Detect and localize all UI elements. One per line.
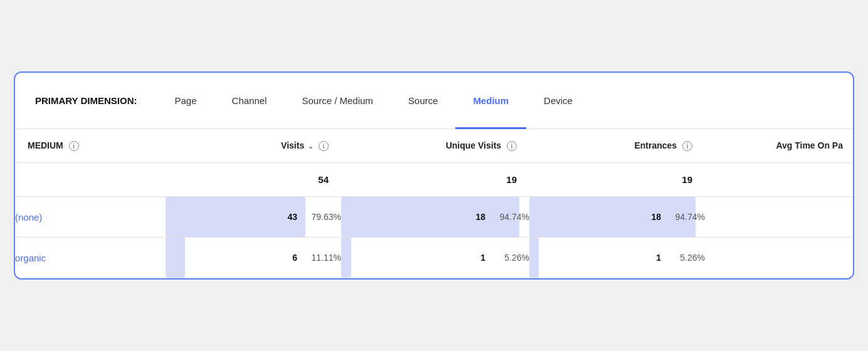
dim-tab-device[interactable]: Device [526,90,590,111]
col-header-medium: MEDIUM i [15,129,166,163]
row-0-medium[interactable]: (none) [15,197,166,238]
row-1-unique-visits-value: 1 [480,253,485,263]
totals-medium-cell [15,163,166,197]
dim-tab-channel[interactable]: Channel [214,90,285,111]
table-body: 54 19 19 (none)4379.63%1894.74%1894.74%o… [15,163,853,278]
row-1-visits: 611.11% [166,238,341,278]
data-table: MEDIUM i Visits ⌄ i Unique Visits i Entr… [15,129,853,278]
row-1-entrances-value: 1 [656,253,661,263]
dim-tab-medium[interactable]: Medium [455,90,526,111]
col-label-visits: Visits [281,140,304,150]
info-icon-medium[interactable]: i [69,141,79,151]
row-0-entrances: 1894.74% [529,197,705,238]
dim-tab-source-medium[interactable]: Source / Medium [284,90,390,111]
row-1-medium[interactable]: organic [15,238,166,278]
table-row: organic611.11%15.26%15.26% [15,238,853,278]
row-1-avg-time [705,238,853,278]
dim-tab-page[interactable]: Page [157,90,214,111]
analytics-card: PRIMARY DIMENSION: PageChannelSource / M… [14,71,854,280]
dimension-tabs: PageChannelSource / MediumSourceMediumDe… [157,90,590,111]
sort-icon-visits[interactable]: ⌄ [308,143,313,150]
totals-row: 54 19 19 [15,163,853,197]
col-header-avg-time: Avg Time On Pa [705,129,853,163]
row-1-visits-pct: 11.11% [304,253,341,263]
primary-dimension-row: PRIMARY DIMENSION: PageChannelSource / M… [15,73,853,129]
row-1-entrances-pct: 5.26% [667,253,705,263]
info-icon-unique-visits[interactable]: i [507,141,517,151]
row-1-unique-visits: 15.26% [341,238,529,278]
totals-unique-visits-cell: 19 [341,163,529,197]
row-0-entrances-value: 18 [651,212,661,222]
row-0-visits-value: 43 [287,212,297,222]
col-header-unique-visits: Unique Visits i [341,129,529,163]
row-0-entrances-pct: 94.74% [667,212,705,222]
info-icon-entrances[interactable]: i [682,141,692,151]
totals-visits-cell: 54 [166,163,341,197]
row-1-unique-visits-pct: 5.26% [492,253,529,263]
info-icon-visits[interactable]: i [319,141,329,151]
row-1-visits-value: 6 [292,253,297,263]
table-row: (none)4379.63%1894.74%1894.74% [15,197,853,238]
row-1-entrances: 15.26% [529,238,705,278]
row-0-unique-visits-value: 18 [475,212,485,222]
primary-dimension-label: PRIMARY DIMENSION: [35,95,137,106]
col-header-entrances: Entrances i [529,129,705,163]
col-label-avg-time: Avg Time On Pa [776,140,843,150]
dim-tab-source[interactable]: Source [391,90,456,111]
totals-avg-time-cell [705,163,853,197]
col-label-medium: MEDIUM [28,140,63,150]
totals-entrances-cell: 19 [529,163,705,197]
col-header-visits: Visits ⌄ i [166,129,341,163]
row-0-unique-visits: 1894.74% [341,197,529,238]
row-0-avg-time [705,197,853,238]
col-label-unique-visits: Unique Visits [446,140,501,150]
row-0-visits-pct: 79.63% [304,212,341,222]
row-0-visits: 4379.63% [166,197,341,238]
table-header: MEDIUM i Visits ⌄ i Unique Visits i Entr… [15,129,853,163]
row-0-unique-visits-pct: 94.74% [492,212,529,222]
col-label-entrances: Entrances [634,140,677,150]
data-table-container: MEDIUM i Visits ⌄ i Unique Visits i Entr… [15,129,853,278]
